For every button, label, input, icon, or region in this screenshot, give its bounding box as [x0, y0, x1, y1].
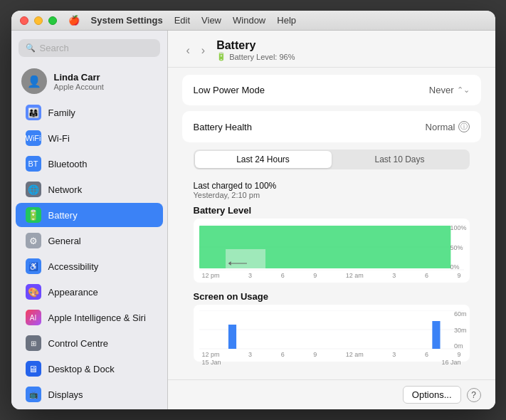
sidebar-item-bluetooth[interactable]: BT Bluetooth [16, 152, 163, 176]
x-label-3a: 3 [248, 272, 252, 279]
app-name: 🍎 [68, 15, 80, 26]
sidebar-item-accessibility[interactable]: ♿ Accessibility [16, 254, 163, 278]
usage-y-60: 60m [454, 310, 467, 317]
user-section[interactable]: 👤 Linda Carr Apple Account [11, 63, 167, 100]
x-usage-3b: 3 [392, 351, 396, 358]
battery-health-row: Battery Health Normal ⓘ [182, 111, 481, 142]
menu-window[interactable]: Window [233, 15, 265, 26]
x-usage-12am: 12 am [346, 351, 364, 358]
battery-level-svg [199, 224, 464, 271]
titlebar: 🍎 System Settings Edit View Window Help [11, 11, 495, 31]
sidebar-item-family[interactable]: 👨‍👩‍👧 Family [16, 100, 163, 125]
help-button[interactable]: ? [467, 388, 481, 402]
user-info: Linda Carr Apple Account [54, 72, 104, 91]
sidebar-label-family: Family [48, 107, 75, 118]
x-usage-6b: 6 [425, 351, 428, 358]
battery-health-value: Normal ⓘ [426, 121, 470, 132]
header-title-section: Battery 🔋 Battery Level: 96% [216, 39, 295, 61]
sidebar-label-desktop: Desktop & Dock [48, 364, 115, 374]
options-button[interactable]: Options... [403, 386, 461, 404]
sidebar-item-screensaver[interactable]: 🌀 Screen Saver [16, 408, 163, 409]
sidebar-item-wifi[interactable]: WiFi Wi-Fi [16, 126, 163, 150]
charged-time: Yesterday, 2:10 pm [194, 191, 470, 199]
displays-icon: 📺 [26, 387, 41, 402]
battery-icon-header: 🔋 [216, 52, 226, 61]
chevron-icon: ⌃⌄ [457, 85, 470, 95]
control-icon: ⊞ [26, 335, 41, 351]
desktop-icon: 🖥 [26, 361, 41, 377]
tab-bar: Last 24 Hours Last 10 Days [194, 149, 470, 169]
tab-10days[interactable]: Last 10 Days [332, 151, 468, 168]
x-label-12pm: 12 pm [202, 272, 220, 279]
usage-chart-title: Screen on Usage [194, 291, 470, 302]
sidebar-item-displays[interactable]: 📺 Displays [16, 382, 163, 406]
general-icon: ⚙ [26, 233, 41, 248]
sidebar-label-siri: Apple Intelligence & Siri [48, 313, 146, 323]
menu-help[interactable]: Help [277, 15, 296, 26]
sidebar-label-general: General [48, 236, 81, 246]
tab-24hours[interactable]: Last 24 Hours [195, 151, 332, 168]
usage-chart-section: Screen on Usage [182, 288, 481, 367]
svg-rect-14 [432, 321, 440, 349]
sidebar-item-control[interactable]: ⊞ Control Centre [16, 331, 163, 355]
battery-chart-title: Battery Level [194, 205, 470, 216]
sidebar-item-battery[interactable]: 🔋 Battery [16, 203, 163, 227]
sidebar-label-wifi: Wi-Fi [48, 133, 70, 144]
sidebar-item-desktop[interactable]: 🖥 Desktop & Dock [16, 357, 163, 381]
sidebar-item-appearance[interactable]: 🎨 Appearance [16, 280, 163, 304]
search-icon: 🔍 [26, 43, 36, 53]
sidebar-label-appearance: Appearance [48, 287, 98, 298]
x-usage-9b: 9 [457, 351, 460, 358]
low-power-text: Never [429, 85, 454, 95]
minimize-button[interactable] [34, 16, 43, 25]
appearance-icon: 🎨 [26, 284, 41, 300]
y-label-100: 100% [450, 224, 466, 231]
content-area: ‹ › Battery 🔋 Battery Level: 96% Low Pow… [168, 31, 495, 409]
charged-info: Last charged to 100% Yesterday, 2:10 pm [182, 177, 481, 202]
sidebar-item-siri[interactable]: AI Apple Intelligence & Siri [16, 305, 163, 330]
sidebar-item-network[interactable]: 🌐 Network [16, 177, 163, 201]
y-label-0: 0% [450, 263, 466, 271]
svg-rect-7 [226, 249, 265, 268]
battery-level-text: Battery Level: 96% [229, 53, 295, 61]
page-title: Battery [216, 39, 295, 52]
bluetooth-icon: BT [26, 156, 41, 172]
usage-y-0: 0m [454, 342, 467, 350]
menu-edit[interactable]: Edit [174, 15, 190, 26]
battery-x-labels: 12 pm 3 6 9 12 am 3 6 9 [199, 271, 464, 279]
date-label-16jan: 16 Jan [441, 359, 460, 366]
back-button[interactable]: ‹ [182, 43, 194, 58]
close-button[interactable] [20, 16, 28, 25]
battery-health-label: Battery Health [194, 122, 252, 132]
wifi-icon: WiFi [26, 130, 41, 146]
usage-svg [199, 310, 464, 350]
x-usage-12pm: 12 pm [202, 351, 220, 358]
x-label-6a: 6 [281, 272, 285, 279]
search-box[interactable]: 🔍 Search [19, 39, 160, 57]
sidebar-label-accessibility: Accessibility [48, 261, 99, 272]
x-label-3b: 3 [392, 272, 396, 279]
menubar: 🍎 System Settings Edit View Window Help [63, 15, 297, 26]
x-usage-3a: 3 [248, 351, 252, 358]
info-icon[interactable]: ⓘ [458, 121, 470, 132]
low-power-label: Low Power Mode [194, 85, 265, 95]
sidebar-label-network: Network [48, 184, 83, 195]
charged-text: Last charged to 100% [194, 181, 470, 191]
sidebar: 🔍 Search 👤 Linda Carr Apple Account 👨‍👩‍… [11, 31, 168, 409]
sidebar-item-general[interactable]: ⚙ General [16, 229, 163, 253]
menu-system-settings[interactable]: System Settings [91, 15, 163, 26]
page-subtitle: 🔋 Battery Level: 96% [216, 52, 295, 61]
maximize-button[interactable] [48, 16, 57, 25]
y-label-50: 50% [450, 244, 466, 251]
battery-chart-container: 100% 50% 0% 12 pm 3 6 9 12 am 3 [194, 219, 470, 283]
usage-chart-container: 60m 30m 0m 12 pm 3 6 9 12 am 3 [194, 305, 470, 362]
usage-y-30: 30m [454, 327, 467, 334]
system-settings-window: 🍎 System Settings Edit View Window Help … [11, 11, 495, 409]
low-power-value[interactable]: Never ⌃⌄ [429, 85, 470, 95]
main-content: 🔍 Search 👤 Linda Carr Apple Account 👨‍👩‍… [11, 31, 495, 409]
search-placeholder: Search [40, 43, 69, 53]
battery-icon: 🔋 [26, 207, 41, 223]
menu-view[interactable]: View [201, 15, 221, 26]
forward-button[interactable]: › [197, 43, 209, 58]
family-icon: 👨‍👩‍👧 [26, 105, 41, 120]
